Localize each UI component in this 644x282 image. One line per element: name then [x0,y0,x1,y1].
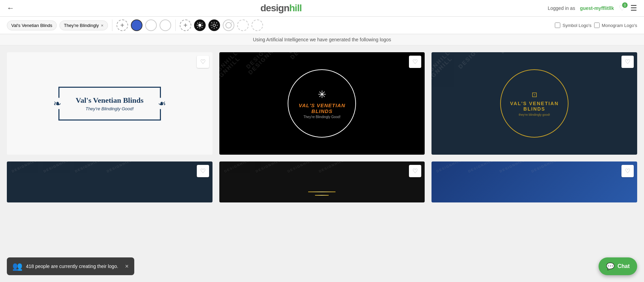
svg-point-9 [213,24,215,26]
card-3-content: ⊡ VAL'S VENETIAN BLINDS they're blinding… [431,52,637,155]
logo-grid: ♡ Val's Venetian Blinds They're Blinding… [0,45,644,209]
monogram-logos-checkbox[interactable] [594,23,600,28]
favorite-btn-1[interactable]: ♡ [197,56,209,68]
header-right: Logged in as guest-myfflitllk ♡ 0 ☰ [548,4,637,13]
circle-outline-icon: × [225,22,232,29]
favorites-button[interactable]: ♡ 0 [619,4,626,13]
designhill-logo: designhill [260,3,302,14]
card-2-subtitle: They're Blindingly Good! [303,115,341,119]
card-2-title: VAL'S VENETIAN BLINDS [288,102,355,114]
sun-solid-icon-btn[interactable] [194,19,206,31]
watermark-5: DESIGNHILL DESIGNHILL DESIGNHILL DESIGNH… [219,161,425,202]
card-1-subtitle: They're Blindingly Good! [85,106,134,111]
logo-card-5[interactable]: ♡ DESIGNHILL DESIGNHILL DESIGNHILL DESIG… [219,161,425,202]
sun-sparkle-icon: × × × [210,22,218,29]
card-1-frame: Val's Venetian Blinds They're Blindingly… [58,87,161,121]
add-symbol-button[interactable]: + [180,19,191,31]
svg-line-8 [197,27,198,28]
monogram-logos-filter[interactable]: Monogram Logo's [594,23,637,28]
logo-design-text: design [260,3,289,14]
favorite-btn-4[interactable]: ♡ [197,165,209,177]
svg-line-6 [202,27,202,28]
color-white-2[interactable] [160,19,171,31]
add-tag-button[interactable]: + [117,19,128,31]
menu-button[interactable]: ☰ [630,4,637,13]
color-empty-2[interactable] [251,19,263,31]
divider-1 [112,19,112,31]
svg-line-17 [211,27,212,28]
divider-2 [175,19,176,31]
color-blue[interactable] [131,19,142,31]
card-3-title: VAL'S VENETIAN BLINDS [501,101,568,112]
username-label: guest-myfflitllk [580,5,614,11]
symbol-logos-label: Symbol Logo's [562,23,591,28]
favorites-count: 0 [622,2,628,8]
card-1-content: Val's Venetian Blinds They're Blindingly… [7,52,213,155]
logo-card-2[interactable]: ♡ DESIGNHILL DESIGNHILL DESIGNHILL DESIG… [219,52,425,155]
symbol-logos-checkbox[interactable] [555,23,560,28]
logo-card-6[interactable]: ♡ DESIGNHILL DESIGNHILL DESIGNHILL DESIG… [431,161,637,202]
logged-in-label: Logged in as [548,5,575,11]
svg-text:×: × [216,27,217,29]
svg-line-7 [202,23,202,24]
monogram-logos-label: Monogram Logo's [602,23,637,28]
favorite-btn-6[interactable]: ♡ [621,165,634,177]
card-1-title: Val's Venetian Blinds [76,96,144,105]
svg-text:×: × [231,22,232,24]
logo-card-4[interactable]: ♡ DESIGNHILL DESIGNHILL DESIGNHILL DESIG… [7,161,213,202]
card-3-frame: ⊡ VAL'S VENETIAN BLINDS they're blinding… [500,69,568,138]
header-left: ← [7,4,14,13]
color-empty-1[interactable] [237,19,249,31]
tag-venetian-blinds[interactable]: Val's Venetian Blinds [7,20,57,30]
tag-blindingly-label: They're Blindingly [64,23,99,28]
tag-venetian-label: Val's Venetian Blinds [11,23,52,28]
svg-line-5 [197,23,198,24]
svg-point-0 [198,24,201,27]
card-2-sun-icon: ✳ [318,88,326,100]
card-5-design [308,192,335,196]
toolbar: Val's Venetian Blinds They're Blindingly… [0,17,644,34]
card-3-subtitle: they're blindingly good! [519,113,550,116]
sun-sparkle-icon-btn[interactable]: × × × [208,19,220,31]
card-2-content: ✳ VAL'S VENETIAN BLINDS They're Blinding… [219,52,425,155]
circle-outline-icon-btn[interactable]: × [223,19,234,31]
logo-hill-text: hill [289,3,302,14]
color-white-1[interactable] [145,19,157,31]
watermark-4: DESIGNHILL DESIGNHILL DESIGNHILL DESIGNH… [7,161,213,202]
favorite-btn-3[interactable]: ♡ [621,56,634,68]
symbol-logos-filter[interactable]: Symbol Logo's [555,23,591,28]
favorite-btn-5[interactable]: ♡ [409,165,421,177]
card-3-icon: ⊡ [532,90,537,99]
tag-blindingly[interactable]: They're Blindingly × [59,20,108,30]
svg-text:×: × [216,22,217,24]
sun-solid-icon [196,22,204,29]
watermark-6: DESIGNHILL DESIGNHILL DESIGNHILL DESIGNH… [431,161,637,202]
subtitle-bar: Using Artificial Intelligence we have ge… [0,34,644,45]
logo-card-1[interactable]: ♡ Val's Venetian Blinds They're Blinding… [7,52,213,155]
app-header: ← designhill Logged in as guest-myfflitl… [0,0,644,17]
svg-text:×: × [211,22,212,24]
subtitle-text: Using Artificial Intelligence we have ge… [253,37,391,42]
tag-blindingly-close[interactable]: × [101,23,104,28]
back-button[interactable]: ← [7,4,14,13]
card-2-circle: ✳ VAL'S VENETIAN BLINDS They're Blinding… [288,69,356,138]
logo-card-3[interactable]: ♡ DESIGNHILL DESIGNHILL DESIGNHILL DESIG… [431,52,637,155]
